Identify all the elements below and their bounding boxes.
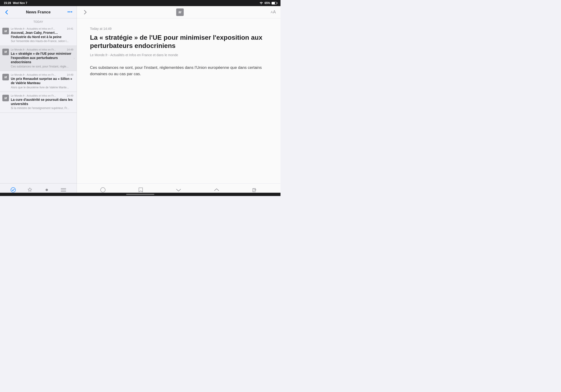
article-body: Ces substances ne sont, pour l'instant, … — [90, 64, 267, 77]
source-icon: M — [2, 74, 9, 80]
wifi-icon — [259, 1, 263, 5]
news-item-preview: Ces substances ne sont, pour l'instant, … — [11, 65, 73, 69]
left-panel: News France ••• TODAY M Le Monde.fr - Ac… — [0, 6, 77, 196]
news-item[interactable]: M Le Monde.fr - Actualités et Infos en F… — [0, 25, 76, 46]
news-list: M Le Monde.fr - Actualités et Infos en F… — [0, 25, 76, 183]
font-size-button[interactable]: A A — [271, 10, 276, 15]
news-item-content: Le Monde.fr - Actualités et Infos en Fr.… — [11, 73, 73, 89]
article-title: La « stratégie » de l'UE pour minimiser … — [90, 33, 267, 50]
news-item-source: Le Monde.fr - Actualités et Infos en Fr.… — [11, 73, 65, 76]
app-container: News France ••• TODAY M Le Monde.fr - Ac… — [0, 6, 280, 196]
forward-button[interactable] — [82, 9, 89, 16]
news-item-source: Le Monde.fr - Actualités et Infos en F..… — [11, 27, 65, 30]
source-icon: M — [2, 28, 9, 34]
news-item-time: 14:49 — [67, 73, 73, 76]
date-display: Wed Nov 7 — [13, 1, 27, 5]
news-item-time: 14:49 — [67, 94, 73, 97]
left-header: News France ••• — [0, 6, 76, 18]
news-item-preview: Sur l'ensemble des Hauts-de-France, selo… — [11, 40, 73, 43]
font-size-small: A — [271, 10, 273, 14]
left-panel-title: News France — [26, 10, 51, 15]
right-header: M A A — [77, 6, 280, 18]
news-item-meta: Le Monde.fr - Actualités et Infos en Fr.… — [11, 94, 73, 97]
news-item-source: Le Monde.fr - Actualités et Infos en Fr.… — [11, 94, 65, 97]
right-panel: M A A Today at 14:49 La « stratégie » de… — [77, 6, 280, 196]
chevron-right-icon: › — [74, 56, 75, 60]
news-item[interactable]: M Le Monde.fr - Actualités et Infos en F… — [0, 92, 76, 113]
news-item-preview: Si la ministre de l'enseignement supérie… — [11, 107, 73, 110]
right-header-center: M — [176, 9, 184, 16]
svg-point-5 — [101, 187, 105, 192]
news-item-meta: Le Monde.fr - Actualités et Infos en F..… — [11, 27, 73, 30]
news-item-time: 14:49 — [67, 48, 73, 51]
news-item-content: Le Monde.fr - Actualités et Infos en Fr.… — [11, 48, 73, 68]
news-item[interactable]: M Le Monde.fr - Actualités et Infos en F… — [0, 46, 76, 71]
monde-badge: M — [176, 9, 184, 16]
status-bar: 15:28 Wed Nov 7 65% — [0, 0, 280, 6]
news-item-title: Un prix Renaudot surprise au « Sillon » … — [11, 76, 73, 85]
status-bar-left: 15:28 Wed Nov 7 — [4, 1, 27, 5]
news-item-meta: Le Monde.fr - Actualités et Infos en Fr.… — [11, 73, 73, 76]
news-item-title: La cure d'austérité se poursuit dans les… — [11, 98, 73, 106]
article-source: Le Monde.fr - Actualités et Infos en Fra… — [90, 53, 267, 57]
news-item-time: 14:41 — [67, 27, 73, 30]
news-item[interactable]: M Le Monde.fr - Actualités et Infos en F… — [0, 71, 76, 92]
home-bar — [126, 194, 154, 195]
news-item-title: Ascoval, Jean Caby, Froneri… l'industrie… — [11, 31, 73, 39]
source-icon: M — [2, 95, 9, 101]
news-item-content: Le Monde.fr - Actualités et Infos en F..… — [11, 27, 73, 43]
news-item-meta: Le Monde.fr - Actualités et Infos en Fr.… — [11, 48, 73, 51]
news-item-content: Le Monde.fr - Actualités et Infos en Fr.… — [11, 94, 73, 110]
svg-point-0 — [11, 187, 15, 192]
battery-display: 65% — [265, 1, 270, 5]
news-item-title: La « stratégie » de l'UE pour minimiser … — [11, 52, 73, 64]
article-content: Today at 14:49 La « stratégie » de l'UE … — [77, 18, 280, 183]
font-size-large: A — [273, 10, 276, 15]
section-today: TODAY — [0, 18, 76, 25]
source-icon: M — [2, 49, 9, 55]
back-button[interactable] — [3, 9, 10, 15]
news-item-preview: Alors que le deuxième livre de Valérie M… — [11, 86, 73, 89]
battery-icon — [271, 2, 277, 4]
article-timestamp: Today at 14:49 — [90, 27, 267, 31]
more-button[interactable]: ••• — [67, 9, 73, 15]
svg-point-1 — [46, 189, 48, 191]
home-indicator — [0, 193, 280, 196]
time-display: 15:28 — [4, 1, 11, 5]
news-item-source: Le Monde.fr - Actualités et Infos en Fr.… — [11, 48, 65, 51]
status-bar-right: 65% — [259, 1, 277, 5]
